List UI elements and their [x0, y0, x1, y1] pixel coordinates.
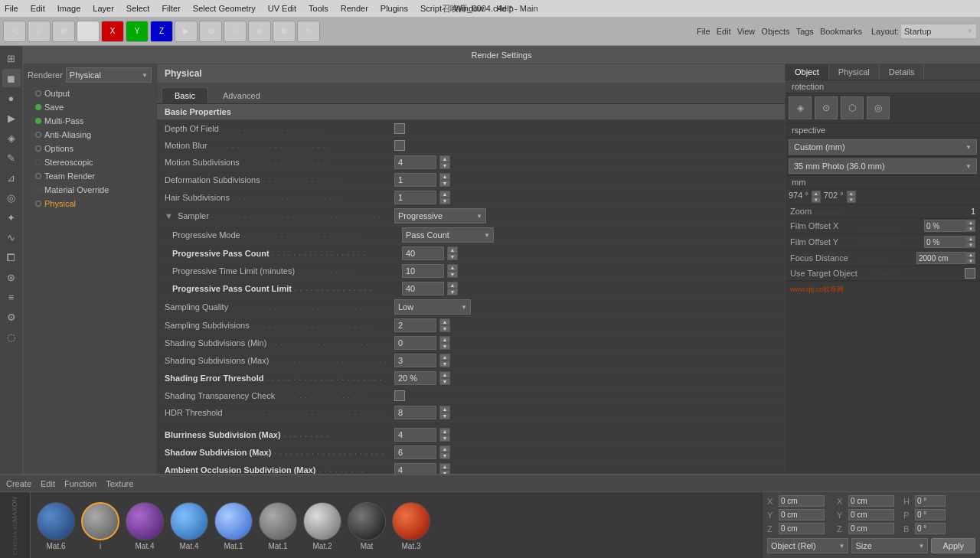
depth-of-field-checkbox[interactable]: [394, 123, 405, 134]
progressive-pass-count-value[interactable]: ▲ ▼: [402, 246, 777, 260]
toolbar-rotate-z[interactable]: Z: [150, 21, 173, 42]
toolbar-rotate-y[interactable]: Y: [126, 21, 149, 42]
deformation-subdivisions-input[interactable]: [394, 173, 436, 187]
bottom-rot-h[interactable]: [915, 495, 946, 507]
bottom-size-y[interactable]: [848, 509, 894, 520]
toolbar-back[interactable]: ◁: [3, 21, 26, 42]
menu-edit[interactable]: Edit: [31, 4, 45, 13]
material-mat1-gray[interactable]: Mat.1: [259, 502, 297, 550]
toolbar-grid[interactable]: ⊞: [52, 21, 75, 42]
right-icon-1[interactable]: ◈: [789, 96, 812, 119]
shadow-subdivision-value[interactable]: ▲ ▼: [394, 445, 777, 459]
shading-error-threshold-input[interactable]: [394, 371, 436, 385]
sampling-subdivisions-input[interactable]: [394, 318, 436, 332]
top-right-objects[interactable]: Objects: [761, 27, 789, 36]
toolbar-render2[interactable]: ⧉: [199, 21, 222, 42]
menu-image[interactable]: Image: [57, 4, 81, 13]
progressive-pass-count-limit-value[interactable]: ▲ ▼: [402, 282, 777, 295]
right-dropdown-2[interactable]: 35 mm Photo (36.0 mm)▼: [789, 158, 977, 174]
icon-dynamic[interactable]: ⊛: [2, 268, 21, 286]
hdr-threshold-input[interactable]: [394, 406, 436, 419]
menu-layer[interactable]: Layer: [93, 4, 114, 13]
hair-subdivisions-value[interactable]: ▲ ▼: [394, 191, 777, 204]
deformation-subdivisions-value[interactable]: ▲ ▼: [394, 173, 777, 187]
nav-save[interactable]: Save: [23, 100, 156, 114]
toolbar-render[interactable]: ▶: [175, 21, 198, 42]
bottom-pos-x[interactable]: [779, 495, 825, 507]
material-mat2[interactable]: Mat.2: [303, 502, 341, 550]
hdr-threshold-value[interactable]: ▲ ▼: [394, 406, 777, 419]
icon-cube[interactable]: ◼: [2, 69, 21, 87]
hair-subdivisions-input[interactable]: [394, 191, 436, 204]
progressive-pass-count-input[interactable]: [402, 246, 444, 260]
menu-filter[interactable]: Filter: [162, 4, 180, 13]
shading-subdivisions-max-input[interactable]: [394, 354, 436, 367]
toolbar-rotate-x[interactable]: X: [101, 21, 124, 42]
nav-options[interactable]: Options: [23, 142, 156, 155]
film-offset-x-input[interactable]: [924, 220, 966, 232]
menu-render[interactable]: Render: [341, 4, 368, 13]
icon-sculpt[interactable]: ◌: [2, 328, 21, 346]
progressive-time-limit-value[interactable]: ▲ ▼: [402, 264, 777, 278]
nav-output[interactable]: Output: [23, 86, 156, 100]
toolbar-rotate[interactable]: ↻: [297, 21, 320, 42]
tab-advanced[interactable]: Advanced: [210, 87, 273, 103]
material-mat1-blue[interactable]: Mat.1: [214, 502, 253, 550]
shading-subdivisions-max-value[interactable]: ▲ ▼: [394, 354, 777, 367]
menu-uv-edit[interactable]: UV Edit: [268, 4, 296, 13]
menu-script[interactable]: Script: [420, 4, 442, 13]
bottom-rot-p[interactable]: [915, 509, 946, 520]
apply-button[interactable]: Apply: [931, 538, 975, 553]
top-right-tags[interactable]: Tags: [796, 27, 814, 36]
size-dropdown[interactable]: Size▼: [851, 538, 928, 553]
icon-light[interactable]: ✦: [2, 208, 21, 227]
top-right-bookmarks[interactable]: Bookmarks: [820, 27, 862, 36]
sampling-quality-value[interactable]: Low▼: [394, 299, 777, 315]
sampling-subdivisions-value[interactable]: ▲ ▼: [394, 318, 777, 332]
icon-view[interactable]: ⊞: [2, 49, 21, 67]
tab-physical[interactable]: Physical: [829, 64, 880, 80]
icon-camera[interactable]: ◎: [2, 188, 21, 207]
mat-texture[interactable]: Texture: [106, 479, 133, 488]
toolbar-select[interactable]: ○: [224, 21, 247, 42]
blurriness-subdivision-input[interactable]: [394, 428, 436, 442]
menu-plugins[interactable]: Plugins: [381, 4, 408, 13]
focus-distance-input[interactable]: [916, 252, 966, 264]
icon-measure[interactable]: ⊿: [2, 168, 21, 187]
sampler-value[interactable]: Progressive▼: [394, 208, 777, 224]
progressive-time-limit-input[interactable]: [402, 264, 444, 278]
progressive-mode-value[interactable]: Pass Count▼: [402, 227, 777, 243]
deformation-spinner[interactable]: ▲ ▼: [439, 173, 450, 187]
menu-tools[interactable]: Tools: [309, 4, 328, 13]
icon-spline[interactable]: ∿: [2, 228, 21, 246]
blurriness-subdivision-value[interactable]: ▲ ▼: [394, 428, 777, 442]
tab-object[interactable]: Object: [786, 64, 829, 80]
nav-multi-pass[interactable]: Multi-Pass: [23, 114, 156, 128]
nav-team-render[interactable]: Team Render: [23, 169, 156, 183]
top-right-view[interactable]: View: [737, 27, 756, 36]
mat-function[interactable]: Function: [64, 479, 96, 488]
bottom-size-x[interactable]: [848, 495, 894, 507]
mat-create[interactable]: Create: [6, 479, 31, 488]
tab-details[interactable]: Details: [880, 64, 925, 80]
icon-select[interactable]: ◈: [2, 129, 21, 147]
right-dropdown-1[interactable]: Custom (mm)▼: [789, 139, 977, 155]
renderer-dropdown[interactable]: Physical▼: [66, 67, 152, 83]
material-mat3[interactable]: Mat.3: [392, 502, 430, 550]
menu-select[interactable]: Select: [126, 4, 150, 13]
menu-file[interactable]: File: [5, 4, 18, 13]
bottom-pos-z[interactable]: [779, 523, 825, 534]
motion-subdivisions-input[interactable]: [394, 155, 436, 169]
right-icon-2[interactable]: ⊙: [815, 96, 838, 119]
nav-anti-aliasing[interactable]: Anti-Aliasing: [23, 128, 156, 142]
material-i[interactable]: i: [81, 502, 119, 550]
shading-subdivisions-min-value[interactable]: ▲ ▼: [394, 336, 777, 350]
bottom-pos-y[interactable]: [779, 509, 825, 520]
motion-subdivisions-spinner[interactable]: ▲ ▼: [439, 155, 450, 169]
nav-physical[interactable]: Physical: [23, 197, 156, 210]
progressive-mode-dropdown[interactable]: Pass Count▼: [402, 227, 494, 243]
menu-select-geometry[interactable]: Select Geometry: [193, 4, 256, 13]
icon-hair[interactable]: ≡: [2, 288, 21, 306]
shading-transparency-checkbox[interactable]: [394, 390, 405, 401]
toolbar-home[interactable]: ⌂: [28, 21, 51, 42]
